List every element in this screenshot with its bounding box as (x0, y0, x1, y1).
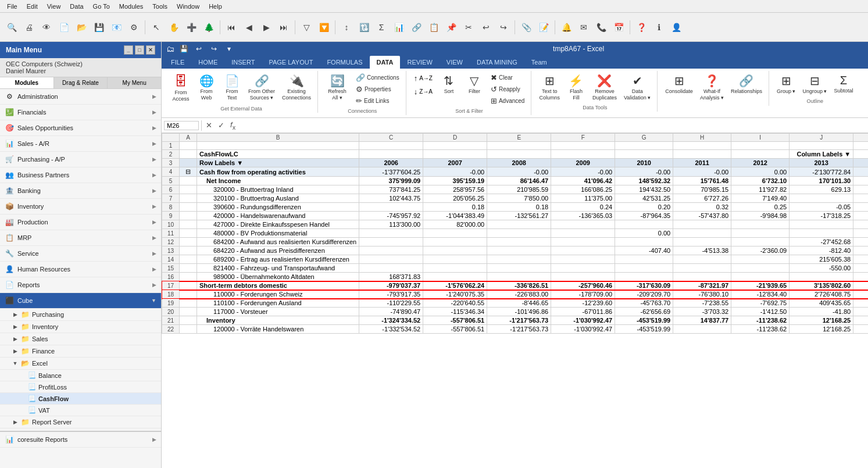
toolbar-sort2-btn[interactable]: 🔃 (356, 19, 372, 35)
toolbar-note-btn[interactable]: 📝 (535, 19, 552, 35)
tab-team[interactable]: Team (524, 56, 554, 69)
cell-e19[interactable]: -8'446.65 (487, 299, 551, 308)
cell-e5[interactable]: 86'146.47 (487, 177, 551, 185)
cell-j13[interactable]: -812.40 (790, 246, 853, 255)
tree-item-balance[interactable]: 📃 Balance (0, 370, 161, 381)
sidebar-item-sales-opp[interactable]: 🎯 Sales Opportunities ▶ (0, 120, 161, 136)
cell-d8[interactable]: 0.18 (423, 203, 487, 212)
cell-c11[interactable] (359, 229, 423, 238)
filter-btn[interactable]: ▽ Filter (462, 72, 487, 97)
toolbar-link-btn[interactable]: 🔗 (408, 19, 424, 35)
cell-d9[interactable]: -1'044'383.49 (423, 212, 487, 220)
cell-g3[interactable]: 2010 (615, 159, 673, 167)
cell-g22[interactable]: -453'519.99 (615, 325, 673, 334)
menu-file[interactable]: File (2, 2, 22, 11)
cell-k13[interactable]: -8'093.27 (853, 246, 868, 255)
cell-b11[interactable]: 480000 - BV Produktionsmaterial (197, 229, 359, 238)
cell-c5[interactable]: 375'999.09 (359, 177, 423, 185)
toolbar-print-preview-btn[interactable]: 👁 (38, 19, 55, 35)
cell-k17[interactable]: -440'975.69 (853, 281, 868, 290)
cell-b8[interactable]: 390600 - Rundungsdifferenzen (197, 203, 359, 212)
menu-modules[interactable]: Modules (115, 2, 148, 11)
toolbar-open-btn[interactable]: 📂 (73, 19, 90, 35)
cell-c14[interactable] (359, 255, 423, 264)
sidebar-item-sales-ar[interactable]: 📊 Sales - A/R ▶ (0, 136, 161, 152)
cell-e2[interactable] (487, 150, 551, 159)
cell-c9[interactable]: -745'957.92 (359, 212, 423, 220)
cell-a9[interactable] (180, 212, 197, 220)
cell-e3[interactable]: 2008 (487, 159, 551, 167)
tab-file[interactable]: FILE (164, 56, 191, 69)
formula-confirm-icon[interactable]: ✓ (216, 121, 226, 130)
toolbar-calendar-btn[interactable]: 📅 (610, 19, 627, 35)
formula-cancel-icon[interactable]: ✕ (204, 121, 214, 130)
cell-j2[interactable]: Column Labels ▼ (790, 150, 853, 159)
cell-b22[interactable]: 120000 - Vorräte Handelswaren (197, 325, 359, 334)
cell-h17[interactable]: -87'321.97 (673, 281, 731, 290)
cell-a14[interactable] (180, 255, 197, 264)
sidebar-item-inventory[interactable]: 📦 Inventory ▶ (0, 199, 161, 215)
cell-k19[interactable]: -2'815.70 (853, 299, 868, 308)
cell-j17[interactable]: 3'135'802.60 (790, 281, 853, 290)
cell-f21[interactable]: -1'030'992.47 (551, 316, 615, 325)
cell-i14[interactable] (731, 255, 790, 264)
cell-j3[interactable]: 2013 (790, 159, 853, 167)
cell-i13[interactable]: -2'360.09 (731, 246, 790, 255)
cell-f20[interactable]: -67'011.86 (551, 308, 615, 316)
qa-save-btn[interactable]: 💾 (178, 43, 190, 55)
tab-data[interactable]: DATA (370, 56, 401, 69)
cell-d15[interactable] (423, 264, 487, 273)
cell-c19[interactable]: -110'229.55 (359, 299, 423, 308)
cell-i17[interactable]: -21'939.65 (731, 281, 790, 290)
cell-d11[interactable] (423, 229, 487, 238)
toolbar-copy-btn[interactable]: 📋 (426, 19, 442, 35)
cell-e17[interactable]: -336'826.51 (487, 281, 551, 290)
toolbar-attach-btn[interactable]: 📎 (518, 19, 534, 35)
cell-j22[interactable]: 12'168.25 (790, 325, 853, 334)
cell-f13[interactable] (551, 246, 615, 255)
cell-j9[interactable]: -17'318.25 (790, 212, 853, 220)
cell-a22[interactable] (180, 325, 197, 334)
toolbar-cut-btn[interactable]: ✂ (460, 19, 477, 35)
cell-f7[interactable]: 11'375.00 (551, 194, 615, 203)
cell-c6[interactable]: 737'841.25 (359, 185, 423, 194)
cell-j14[interactable]: 215'605.38 (790, 255, 853, 264)
cell-c4[interactable]: -1'377'604.25 (359, 167, 423, 177)
cell-k11[interactable]: 0.00 (853, 229, 868, 238)
cell-a5[interactable] (180, 177, 197, 185)
toolbar-nav-last-btn[interactable]: ⏭ (276, 19, 292, 35)
cell-k3[interactable]: Grand Total (853, 159, 868, 167)
toolbar-tree-btn[interactable]: 🌲 (201, 19, 217, 35)
cell-b3[interactable]: Row Labels ▼ (197, 159, 359, 167)
cell-j15[interactable]: -550.00 (790, 264, 853, 273)
cell-e21[interactable]: -1'217'563.73 (487, 316, 551, 325)
cell-j5[interactable]: 170'101.30 (790, 177, 853, 185)
tab-home[interactable]: HOME (191, 56, 224, 69)
cell-i20[interactable]: -1'412.50 (731, 308, 790, 316)
cell-e12[interactable] (487, 238, 551, 246)
toolbar-redo-btn[interactable]: ↪ (495, 19, 512, 35)
from-access-btn[interactable]: 🗄 From Access (169, 72, 193, 104)
cell-d13[interactable] (423, 246, 487, 255)
cell-f22[interactable]: -1'030'992.47 (551, 325, 615, 334)
toolbar-nav-first-btn[interactable]: ⏮ (223, 19, 240, 35)
cell-j11[interactable] (790, 229, 853, 238)
cell-e7[interactable]: 7'850.00 (487, 194, 551, 203)
cell-j4[interactable]: -2'130'772.84 (790, 167, 853, 177)
cell-b10[interactable]: 427000 - Direkte Einkaufsspesen Handel (197, 220, 359, 229)
cell-h1[interactable] (673, 142, 731, 150)
formula-input[interactable] (240, 122, 868, 130)
tab-my-menu[interactable]: My Menu (108, 77, 161, 88)
cell-a16[interactable] (180, 273, 197, 281)
from-other-sources-btn[interactable]: 🔗 From Other Sources ▾ (245, 72, 278, 103)
toolbar-filter-btn[interactable]: ▽ (298, 19, 315, 35)
cell-e15[interactable] (487, 264, 551, 273)
cell-k1[interactable] (853, 142, 868, 150)
cell-b17[interactable]: Short-term debtors domestic (197, 281, 359, 290)
cell-f14[interactable] (551, 255, 615, 264)
sidebar-item-financials[interactable]: 💹 Financials ▶ (0, 105, 161, 120)
cell-b13[interactable]: 684220 - Aufwand aus Preisdifferenzen (197, 246, 359, 255)
cell-e20[interactable]: -101'496.86 (487, 308, 551, 316)
cell-f8[interactable]: 0.24 (551, 203, 615, 212)
sidebar-close-btn[interactable]: ✕ (146, 45, 155, 55)
